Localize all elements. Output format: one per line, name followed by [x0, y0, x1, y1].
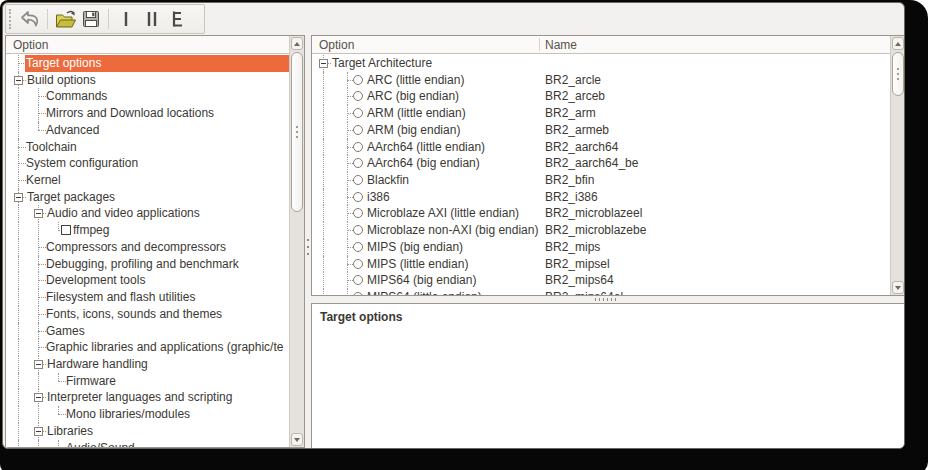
- tree-row[interactable]: MIPS (big endian)BR2_mips: [312, 239, 890, 256]
- right-vertical-scrollbar[interactable]: [890, 36, 905, 295]
- radio-unselected[interactable]: [353, 275, 363, 285]
- tree-row-label: Mono libraries/modules: [66, 406, 190, 423]
- tree-row[interactable]: ffmpeg: [6, 222, 289, 239]
- tree-row[interactable]: Compressors and decompressors: [6, 239, 289, 256]
- radio-unselected[interactable]: [353, 175, 363, 185]
- radio-unselected[interactable]: [353, 259, 363, 269]
- collapse-minus-icon[interactable]: [34, 360, 43, 369]
- tree-guide-tick: [38, 314, 46, 315]
- radio-unselected[interactable]: [353, 125, 363, 135]
- tree-row[interactable]: Audio/Sound: [6, 440, 289, 447]
- radio-unselected[interactable]: [353, 142, 363, 152]
- radio-unselected[interactable]: [353, 108, 363, 118]
- tree-guide-tick: [38, 113, 46, 114]
- tree-row[interactable]: Microblaze non-AXI (big endian)BR2_micro…: [312, 222, 890, 239]
- tree-row[interactable]: AArch64 (big endian)BR2_aarch64_be: [312, 155, 890, 172]
- collapse-minus-icon[interactable]: [14, 76, 23, 85]
- left-scrollbar-thumb[interactable]: [291, 52, 303, 212]
- tree-row-label: Compressors and decompressors: [46, 239, 226, 256]
- tree-row[interactable]: System configuration: [6, 155, 289, 172]
- tree-row[interactable]: MIPS64 (big endian)BR2_mips64: [312, 272, 890, 289]
- tree-guide-line: [18, 256, 19, 273]
- full-view-button[interactable]: [165, 6, 191, 32]
- tree-row[interactable]: ARC (big endian)BR2_arceb: [312, 88, 890, 105]
- tree-row[interactable]: Toolchain: [6, 139, 289, 156]
- radio-unselected[interactable]: [353, 292, 363, 295]
- collapse-minus-icon[interactable]: [34, 393, 43, 402]
- tree-row[interactable]: Mono libraries/modules: [6, 406, 289, 423]
- tree-row[interactable]: Commands: [6, 88, 289, 105]
- tree-row[interactable]: Firmware: [6, 373, 289, 390]
- tree-row[interactable]: MIPS (little endian)BR2_mipsel: [312, 256, 890, 273]
- collapse-minus-icon[interactable]: [34, 209, 43, 218]
- tree-row[interactable]: Debugging, profiling and benchmark: [6, 256, 289, 273]
- undo-button[interactable]: [17, 6, 43, 32]
- tree-guide-line: [18, 323, 19, 340]
- tree-row[interactable]: ARM (big endian)BR2_armeb: [312, 122, 890, 139]
- save-button[interactable]: [78, 6, 104, 32]
- tree-guide-line: [58, 440, 59, 447]
- tree-row[interactable]: Build options: [6, 72, 289, 89]
- tree-row[interactable]: Advanced: [6, 122, 289, 139]
- tree-row[interactable]: Microblaze AXI (little endian)BR2_microb…: [312, 205, 890, 222]
- tree-row-label: ARM (little endian): [367, 105, 466, 122]
- tree-row[interactable]: AArch64 (little endian)BR2_aarch64: [312, 139, 890, 156]
- toolbar-drag-handle[interactable]: [9, 9, 12, 29]
- collapse-minus-icon[interactable]: [14, 193, 23, 202]
- radio-unselected[interactable]: [353, 158, 363, 168]
- right-scrollbar-thumb[interactable]: [892, 52, 904, 96]
- tree-row-label: Build options: [27, 72, 96, 89]
- collapse-minus-icon[interactable]: [319, 59, 328, 68]
- header-divider[interactable]: [539, 38, 540, 51]
- tree-guide-line: [38, 406, 39, 423]
- tree-guide-line: [18, 272, 19, 289]
- scroll-up-button[interactable]: [291, 37, 303, 50]
- tree-row[interactable]: Filesystem and flash utilities: [6, 289, 289, 306]
- radio-unselected[interactable]: [353, 208, 363, 218]
- tree-row[interactable]: Audio and video applications: [6, 205, 289, 222]
- checkbox-unchecked[interactable]: [61, 225, 71, 235]
- tree-guide-line: [323, 155, 324, 172]
- tree-guide-line: [18, 440, 19, 447]
- tree-row[interactable]: Interpreter languages and scripting: [6, 389, 289, 406]
- open-file-button[interactable]: [52, 6, 78, 32]
- save-icon: [80, 8, 102, 30]
- scroll-up-button[interactable]: [892, 37, 904, 50]
- tree-row-label: Commands: [46, 88, 107, 105]
- tree-row[interactable]: Target Architecture: [312, 55, 890, 72]
- tree-row[interactable]: Libraries: [6, 423, 289, 440]
- radio-unselected[interactable]: [353, 75, 363, 85]
- tree-row[interactable]: Graphic libraries and applications (grap…: [6, 339, 289, 356]
- tree-row[interactable]: Fonts, icons, sounds and themes: [6, 306, 289, 323]
- tree-row[interactable]: Hardware handling: [6, 356, 289, 373]
- tree-row[interactable]: ARM (little endian)BR2_arm: [312, 105, 890, 122]
- tree-row[interactable]: Development tools: [6, 272, 289, 289]
- tree-row[interactable]: ARC (little endian)BR2_arcle: [312, 72, 890, 89]
- radio-unselected[interactable]: [353, 91, 363, 101]
- left-panel-header: Option: [6, 36, 289, 54]
- tree-row[interactable]: MIPS64 (little endian)BR2_mips64el: [312, 289, 890, 295]
- tree-row[interactable]: Target packages: [6, 189, 289, 206]
- tree-row[interactable]: BlackfinBR2_bfin: [312, 172, 890, 189]
- tree-guide-line: [18, 339, 19, 356]
- tree-row[interactable]: Mirrors and Download locations: [6, 105, 289, 122]
- tree-row-label: Blackfin: [367, 172, 409, 189]
- radio-unselected[interactable]: [353, 225, 363, 235]
- tree-row[interactable]: Games: [6, 323, 289, 340]
- tree-guide-line: [323, 256, 324, 273]
- tree-row[interactable]: Target options: [6, 55, 289, 72]
- config-symbol-name: BR2_mipsel: [545, 256, 610, 273]
- split-view-button[interactable]: [139, 6, 165, 32]
- tree-row[interactable]: i386BR2_i386: [312, 189, 890, 206]
- radio-unselected[interactable]: [353, 242, 363, 252]
- scroll-down-button[interactable]: [892, 281, 904, 294]
- tree-row-label: Audio and video applications: [47, 205, 200, 222]
- scroll-down-button[interactable]: [291, 433, 303, 446]
- tree-row[interactable]: Kernel: [6, 172, 289, 189]
- single-view-button[interactable]: [113, 6, 139, 32]
- radio-unselected[interactable]: [353, 192, 363, 202]
- collapse-minus-icon[interactable]: [34, 427, 43, 436]
- left-vertical-scrollbar[interactable]: [289, 36, 304, 447]
- horizontal-splitter[interactable]: [311, 296, 905, 303]
- tree-row-label: Target options: [26, 55, 101, 72]
